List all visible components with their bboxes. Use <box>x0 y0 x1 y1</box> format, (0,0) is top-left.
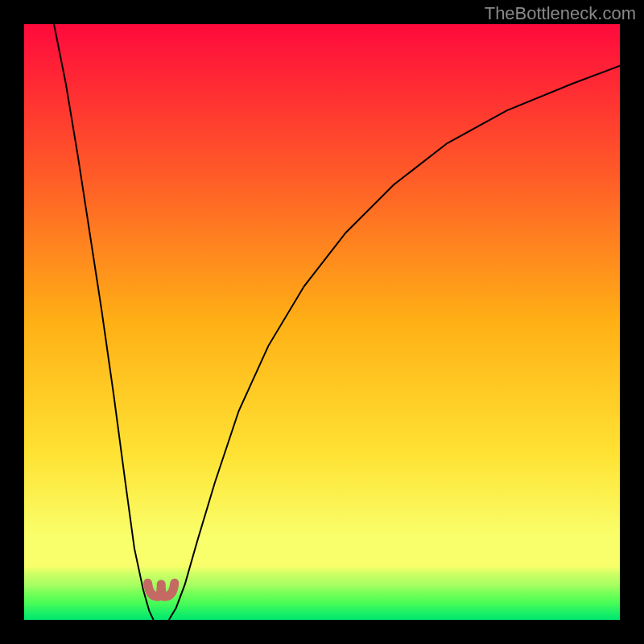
curve-right-limb <box>169 66 620 620</box>
watermark-text: TheBottleneck.com <box>485 3 636 24</box>
plot-area <box>24 24 620 620</box>
curve-layer <box>24 24 620 620</box>
chart-frame: TheBottleneck.com <box>0 0 644 644</box>
valley-dip-marker <box>148 583 175 597</box>
curve-left-limb <box>54 24 154 620</box>
